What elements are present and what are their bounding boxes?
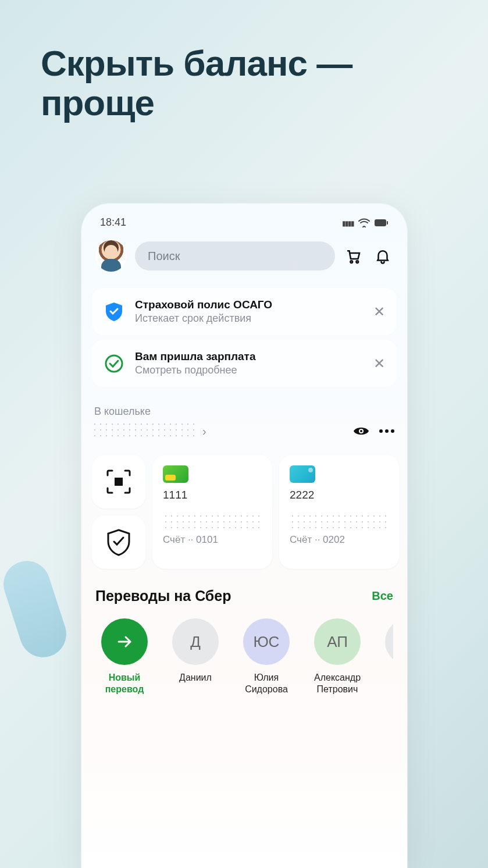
contact-name: Новый перевод (95, 672, 154, 695)
hero-line2: проще (41, 83, 352, 123)
card-account: Счёт ·· 0202 (290, 534, 389, 546)
status-icons (342, 216, 389, 229)
contacts-row: Новый перевод Д Даниил ЮС Юлия Сидорова … (95, 618, 393, 695)
contact-initials: Д (172, 618, 219, 665)
new-transfer-button[interactable]: Новый перевод (95, 618, 154, 695)
contact-name: Александр Петрович (308, 672, 366, 695)
search-input[interactable]: Поиск (135, 241, 335, 271)
transfers-section: Переводы на Сбер Все Новый перевод Д Дан… (81, 569, 407, 695)
svg-point-3 (356, 261, 358, 263)
qr-scan-button[interactable] (92, 455, 145, 508)
contact-alexander[interactable]: АП Александр Петрович (308, 618, 366, 695)
profile-avatar[interactable] (95, 240, 127, 272)
svg-point-2 (350, 261, 352, 263)
svg-point-9 (391, 429, 394, 433)
svg-point-6 (360, 430, 362, 432)
contact-name: Даниил (179, 672, 212, 684)
security-button[interactable] (92, 515, 145, 569)
contact-yulia[interactable]: ЮС Юлия Сидорова (237, 618, 295, 695)
contact-initials: ЮС (243, 618, 290, 665)
notification-body: Вам пришла зарплата Смотреть подробнее (135, 350, 363, 376)
notification-title: Вам пришла зарплата (135, 350, 363, 363)
wallet-balance-row[interactable]: › (92, 421, 397, 441)
notification-subtitle: Смотреть подробнее (135, 364, 363, 376)
contact-more[interactable]: М (379, 618, 393, 695)
transfers-title: Переводы на Сбер (95, 588, 231, 604)
cart-icon[interactable] (343, 246, 364, 266)
status-bar: 18:41 (81, 204, 407, 234)
battery-icon (375, 219, 389, 227)
arrow-right-icon (101, 618, 148, 665)
bell-icon[interactable] (372, 246, 393, 266)
card-last4: 2222 (290, 489, 389, 501)
wallet-label: В кошельке (92, 405, 397, 418)
wifi-icon (358, 218, 370, 227)
more-icon[interactable] (377, 421, 397, 441)
notification-body: Страховой полис ОСАГО Истекает срок дейс… (135, 298, 363, 325)
svg-rect-1 (387, 221, 388, 225)
close-icon[interactable]: ✕ (373, 355, 385, 372)
check-circle-icon (104, 353, 124, 374)
hidden-amount (163, 513, 262, 528)
card-thumbnail-icon (163, 465, 188, 483)
notification-title: Страховой полис ОСАГО (135, 298, 363, 311)
decorative-pen (0, 555, 72, 663)
status-time: 18:41 (100, 216, 126, 229)
transfers-all-link[interactable]: Все (372, 589, 393, 603)
chevron-right-icon: › (202, 425, 206, 438)
phone-frame: 18:41 Поиск Страховой полис ОСАГО (81, 204, 407, 868)
card-tile-0[interactable]: 1111 Счёт ·· 0101 (152, 455, 272, 569)
contact-name: Юлия Сидорова (237, 672, 295, 695)
notification-subtitle: Истекает срок действия (135, 312, 363, 325)
contact-initials (385, 618, 393, 665)
contact-daniil[interactable]: Д Даниил (166, 618, 225, 695)
card-last4: 1111 (163, 489, 262, 501)
svg-point-7 (379, 429, 383, 433)
contact-initials: АП (314, 618, 361, 665)
eye-icon[interactable] (351, 421, 371, 441)
hero-title: Скрыть баланс — проще (41, 44, 352, 123)
hidden-amount (290, 513, 389, 528)
cards-row: 1111 Счёт ·· 0101 2222 Счёт ·· 0202 (81, 447, 407, 569)
notification-card-insurance[interactable]: Страховой полис ОСАГО Истекает срок дейс… (92, 288, 397, 335)
svg-point-4 (106, 355, 122, 372)
card-account: Счёт ·· 0101 (163, 534, 262, 546)
card-thumbnail-icon (290, 465, 315, 483)
card-tile-1[interactable]: 2222 Счёт ·· 0202 (279, 455, 399, 569)
notification-card-salary[interactable]: Вам пришла зарплата Смотреть подробнее ✕ (92, 340, 397, 387)
wallet-section: В кошельке › (81, 392, 407, 447)
svg-point-8 (385, 429, 389, 433)
close-icon[interactable]: ✕ (373, 304, 385, 320)
svg-rect-10 (115, 478, 123, 486)
signal-icon (342, 216, 354, 229)
search-placeholder: Поиск (148, 250, 180, 263)
hero-line1: Скрыть баланс — (41, 44, 352, 83)
hidden-balance (92, 421, 197, 441)
shield-check-icon (104, 301, 124, 322)
svg-rect-0 (375, 219, 386, 226)
header-row: Поиск (81, 234, 407, 283)
